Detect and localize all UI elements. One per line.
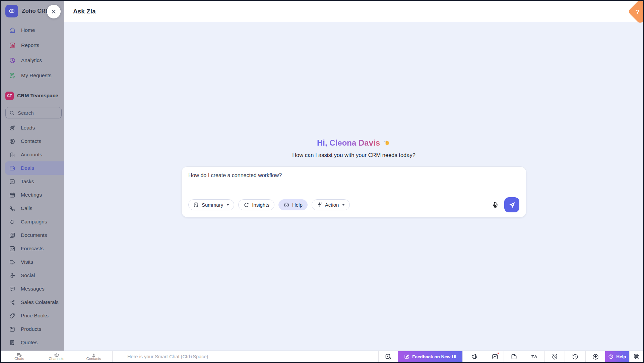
search-placeholder: Search [18,110,34,116]
sidebar-item-label: Meetings [21,192,42,198]
quotes-icon [9,340,15,346]
sidebar-top-nav: Home Reports Analytics My Requests [1,22,64,83]
sidebar-item-documents[interactable]: Documents [1,228,64,242]
sidebar-item-accounts[interactable]: Accounts [1,148,64,161]
chevron-down-icon [342,204,345,206]
toolbar-right [492,197,519,212]
sidebar-item-contacts[interactable]: Contacts [1,135,64,148]
home-icon [9,27,16,34]
close-icon [51,8,57,15]
sidebar-item-home[interactable]: Home [1,22,64,38]
sidebar-modules: Leads Contacts Accounts Deals Tasks Meet… [1,121,64,349]
forecasts-icon [9,246,15,252]
sidebar-item-products[interactable]: Products [1,322,64,336]
zoho-crm-window: Zoho CRM Home Reports Analytics [0,0,644,363]
sidebar-item-reports[interactable]: Reports [1,38,64,53]
summary-button[interactable]: Summary [188,199,234,210]
sidebar-item-forecasts[interactable]: Forecasts [1,242,64,255]
bottom-tab-chats[interactable]: Chats [1,351,38,362]
announcements-button[interactable] [462,351,486,362]
price-books-icon [9,313,15,319]
help-tab-label: ? [629,3,644,21]
page-title: Ask Zia [73,8,96,15]
visits-icon [9,259,15,265]
my-requests-icon [9,72,16,79]
send-button[interactable] [504,197,519,212]
zia-button[interactable] [524,351,544,362]
help-button[interactable]: Help [605,351,629,362]
bottom-tab-label: Contacts [86,357,101,361]
zia-command-button[interactable] [378,351,398,362]
sidebar-item-visits[interactable]: Visits [1,255,64,269]
chevron-down-icon [227,204,229,206]
sidebar-item-label: Visits [21,259,33,265]
sidebar-item-label: Tasks [21,178,34,185]
accounts-icon [9,152,15,158]
sidebar-item-analytics[interactable]: Analytics [1,53,64,68]
analytics-icon [9,57,16,64]
sidebar-item-label: Campaigns [21,219,47,225]
microphone-button[interactable] [492,201,499,209]
sidebar-item-sales-collaterals[interactable]: Sales Colaterals [1,296,64,309]
sidebar-item-label: Social [21,272,35,278]
teamspace-selector[interactable]: CT CRM Teamspace [5,89,64,102]
sidebar-item-label: Messages [21,286,45,292]
sidebar-search[interactable]: Search [5,107,62,118]
help-mode-button[interactable]: Help [278,199,308,210]
feedback-new-ui-button[interactable]: Feedback on New UI [398,351,462,362]
sidebar-item-label: Contacts [21,138,41,144]
sidebar-item-label: My Requests [21,72,51,79]
sidebar-item-quotes[interactable]: Quotes [1,336,64,349]
ask-zia-input[interactable]: How do I create a connected workflow? [188,172,519,178]
campaigns-icon [9,219,15,225]
action-button[interactable]: Action [312,199,350,210]
sidebar-item-label: Reports [21,42,39,48]
sidebar-item-tasks[interactable]: Tasks [1,175,64,188]
sidebar-item-label: Products [21,326,41,332]
contacts-icon [9,138,15,145]
bottom-tab-label: Channels [49,357,64,361]
waving-hand-icon [383,139,391,147]
sidebar-item-label: Home [21,27,35,33]
action-bolt-icon [317,202,322,208]
meetings-icon [9,192,15,198]
greeting-subtitle: How can I assist you with your CRM needs… [292,152,415,158]
sidebar-item-meetings[interactable]: Meetings [1,188,64,202]
accessibility-button[interactable] [585,351,605,362]
sidebar-item-price-books[interactable]: Price Books [1,309,64,322]
sidebar-item-my-requests[interactable]: My Requests [1,68,64,83]
help-tab[interactable]: ? [628,0,644,24]
notification-dot [497,352,499,354]
insights-label: Insights [252,202,269,208]
insights-button[interactable]: Insights [238,199,274,210]
sidebar-item-calls[interactable]: Calls [1,202,64,215]
close-ask-zia-button[interactable] [47,5,61,18]
smart-chat-input[interactable] [113,351,378,362]
sticky-notes-button[interactable] [504,351,524,362]
panel-header: Ask Zia [64,1,643,22]
sidebar-item-campaigns[interactable]: Campaigns [1,215,64,228]
sidebar-item-label: Accounts [21,152,42,158]
performance-insights-button[interactable] [486,351,504,362]
bottom-tab-contacts[interactable]: Contacts [75,351,112,362]
leads-icon [9,125,15,131]
summary-icon [193,202,199,208]
sidebar-item-label: Documents [21,232,47,238]
panel-content: Hi, Cleona Davis How can I assist you wi… [64,22,643,351]
greeting-text: Hi, Cleona Davis [317,138,380,148]
deals-icon [9,165,15,171]
insights-icon [243,202,249,208]
reminders-button[interactable] [544,351,565,362]
bottom-tab-label: Chats [14,357,24,361]
sidebar-item-social[interactable]: Social [1,269,64,282]
sidebar-item-label: Deals [21,165,34,171]
history-button[interactable] [565,351,585,362]
sidebar-item-leads[interactable]: Leads [1,121,64,135]
ask-zia-panel: Ask Zia Hi, Cleona Davis How can I assis… [64,1,643,351]
bottom-tab-channels[interactable]: Channels [38,351,75,362]
help-question-icon [608,354,614,359]
sidebar-item-messages[interactable]: Messages [1,282,64,296]
products-icon [9,326,15,332]
sidebar-item-deals[interactable]: Deals [5,161,64,175]
copy-stack-button[interactable] [629,351,643,362]
